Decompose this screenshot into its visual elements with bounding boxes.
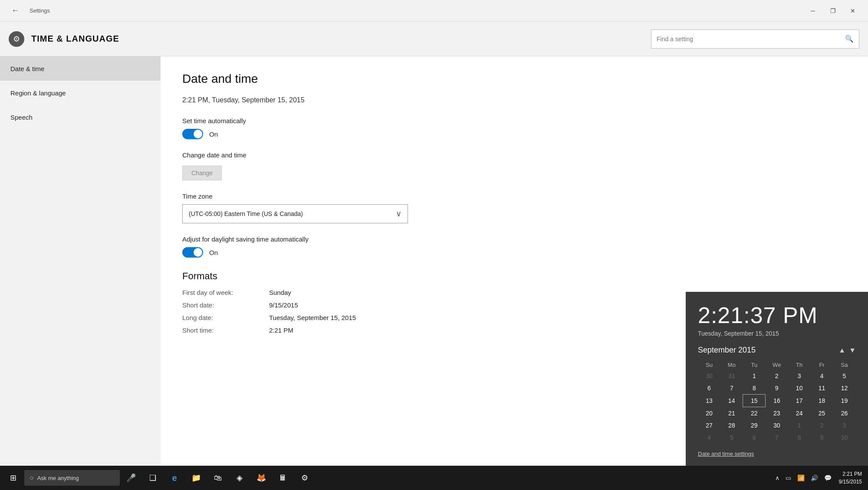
calendar-day[interactable]: 22 xyxy=(743,407,766,420)
settings-taskbar-icon: ⚙ xyxy=(301,473,308,483)
chevron-up-icon[interactable]: ∧ xyxy=(773,474,782,481)
volume-icon[interactable]: 🔊 xyxy=(809,474,820,481)
search-input[interactable] xyxy=(657,36,845,42)
calendar-day[interactable]: 27 xyxy=(698,419,720,431)
calendar-day[interactable]: 12 xyxy=(833,382,856,395)
calendar-prev-button[interactable]: ▲ xyxy=(838,346,845,354)
calendar-day[interactable]: 16 xyxy=(766,395,788,407)
calendar-day[interactable]: 8 xyxy=(743,382,766,395)
set-time-auto-state: On xyxy=(209,131,218,138)
calendar-day[interactable]: 7 xyxy=(720,382,743,395)
calendar-day[interactable]: 28 xyxy=(720,419,743,431)
back-button[interactable]: ← xyxy=(5,0,25,22)
calendar-day[interactable]: 9 xyxy=(766,382,788,395)
sidebar-item-label: Region & language xyxy=(10,89,66,97)
calendar-day[interactable]: 18 xyxy=(811,395,833,407)
settings-taskbar-button[interactable]: ⚙ xyxy=(294,467,315,488)
set-time-auto-toggle-row: On xyxy=(182,129,846,139)
calendar-day-header: Fr xyxy=(811,360,833,370)
calendar-day[interactable]: 2 xyxy=(766,370,788,382)
daylight-toggle[interactable] xyxy=(182,247,203,258)
calendar-next-button[interactable]: ▼ xyxy=(849,346,856,354)
calendar-month-header: September 2015 ▲ ▼ xyxy=(698,346,856,355)
store-button[interactable]: 🛍 xyxy=(207,467,228,488)
format-value: Sunday xyxy=(269,289,291,296)
calendar-nav: ▲ ▼ xyxy=(838,346,856,354)
task-view-icon: ❑ xyxy=(149,473,156,483)
change-button[interactable]: Change xyxy=(182,166,222,180)
explorer-button[interactable]: 📁 xyxy=(186,467,207,488)
calendar-day[interactable]: 30 xyxy=(698,370,720,382)
firefox-button[interactable]: 🦊 xyxy=(251,467,272,488)
calendar-day[interactable]: 3 xyxy=(833,419,856,431)
calendar-day[interactable]: 3 xyxy=(788,370,811,382)
calendar-day[interactable]: 17 xyxy=(788,395,811,407)
sidebar-item-speech[interactable]: Speech xyxy=(0,105,161,129)
sidebar-item-region-language[interactable]: Region & language xyxy=(0,81,161,105)
apps-button[interactable]: ◈ xyxy=(229,467,250,488)
taskbar: ⊞ ○ Ask me anything 🎤 ❑ e 📁 🛍 ◈ 🦊 🖩 xyxy=(0,466,868,490)
calendar-month-title: September 2015 xyxy=(698,346,756,355)
task-view-button[interactable]: ❑ xyxy=(142,467,163,488)
taskbar-left: ⊞ ○ Ask me anything 🎤 ❑ e 📁 🛍 ◈ 🦊 🖩 xyxy=(3,467,315,488)
restore-button[interactable]: ❐ xyxy=(823,0,843,22)
start-icon: ⊞ xyxy=(10,473,16,483)
taskbar-search[interactable]: ○ Ask me anything xyxy=(24,470,120,486)
calendar-day-header: Th xyxy=(788,360,811,370)
sidebar-item-date-time[interactable]: Date & time xyxy=(0,56,161,81)
app-header-left: ⚙ TIME & LANGUAGE xyxy=(9,31,119,47)
minimize-button[interactable]: ─ xyxy=(803,0,823,22)
titlebar: ← Settings ─ ❐ ✕ xyxy=(0,0,868,22)
calendar-day[interactable]: 31 xyxy=(720,370,743,382)
calendar-day[interactable]: 9 xyxy=(811,431,833,444)
search-icon: 🔍 xyxy=(845,35,854,43)
system-date: 9/15/2015 xyxy=(839,478,862,486)
start-button[interactable]: ⊞ xyxy=(3,467,23,488)
calendar-day[interactable]: 24 xyxy=(788,407,811,420)
mic-button[interactable]: 🎤 xyxy=(121,467,141,488)
calendar-day[interactable]: 20 xyxy=(698,407,720,420)
calendar-day[interactable]: 19 xyxy=(833,395,856,407)
search-box[interactable]: 🔍 xyxy=(651,29,859,49)
calendar-day[interactable]: 21 xyxy=(720,407,743,420)
notification-icon[interactable]: 💬 xyxy=(822,474,834,481)
calendar-time: 2:21:37 PM xyxy=(698,302,856,328)
calendar-settings-link[interactable]: Date and time settings xyxy=(698,451,856,457)
calendar-day[interactable]: 8 xyxy=(788,431,811,444)
calendar-day[interactable]: 5 xyxy=(720,431,743,444)
calendar-day[interactable]: 29 xyxy=(743,419,766,431)
mic-icon: 🎤 xyxy=(126,473,136,483)
taskbar-clock[interactable]: 2:21 PM 9/15/2015 xyxy=(835,470,865,486)
calendar-day[interactable]: 1 xyxy=(788,419,811,431)
calendar-day[interactable]: 30 xyxy=(766,419,788,431)
calendar-day[interactable]: 23 xyxy=(766,407,788,420)
calendar-day[interactable]: 2 xyxy=(811,419,833,431)
calendar-day[interactable]: 14 xyxy=(720,395,743,407)
system-time: 2:21 PM xyxy=(839,470,862,478)
calendar-day[interactable]: 25 xyxy=(811,407,833,420)
calendar-day[interactable]: 15 xyxy=(743,395,766,407)
change-date-label: Change date and time xyxy=(182,151,846,159)
calendar-day[interactable]: 10 xyxy=(788,382,811,395)
timezone-group: Time zone (UTC-05:00) Eastern Time (US &… xyxy=(182,193,846,223)
calendar-day[interactable]: 6 xyxy=(698,382,720,395)
format-value: Tuesday, September 15, 2015 xyxy=(269,314,356,321)
calendar-day[interactable]: 5 xyxy=(833,370,856,382)
calendar-day[interactable]: 13 xyxy=(698,395,720,407)
close-button[interactable]: ✕ xyxy=(843,0,863,22)
calendar-day[interactable]: 7 xyxy=(766,431,788,444)
calendar-day[interactable]: 6 xyxy=(743,431,766,444)
calendar-day[interactable]: 1 xyxy=(743,370,766,382)
format-value: 2:21 PM xyxy=(269,327,293,334)
calendar-day[interactable]: 11 xyxy=(811,382,833,395)
edge-button[interactable]: e xyxy=(164,467,185,488)
edge-icon: e xyxy=(172,473,177,483)
set-time-auto-toggle[interactable] xyxy=(182,129,203,139)
calendar-day[interactable]: 26 xyxy=(833,407,856,420)
calc-button[interactable]: 🖩 xyxy=(273,467,293,488)
calendar-day[interactable]: 4 xyxy=(811,370,833,382)
sidebar-item-label: Date & time xyxy=(10,65,44,72)
calendar-day[interactable]: 10 xyxy=(833,431,856,444)
timezone-select[interactable]: (UTC-05:00) Eastern Time (US & Canada) ∨ xyxy=(182,204,408,223)
calendar-day[interactable]: 4 xyxy=(698,431,720,444)
